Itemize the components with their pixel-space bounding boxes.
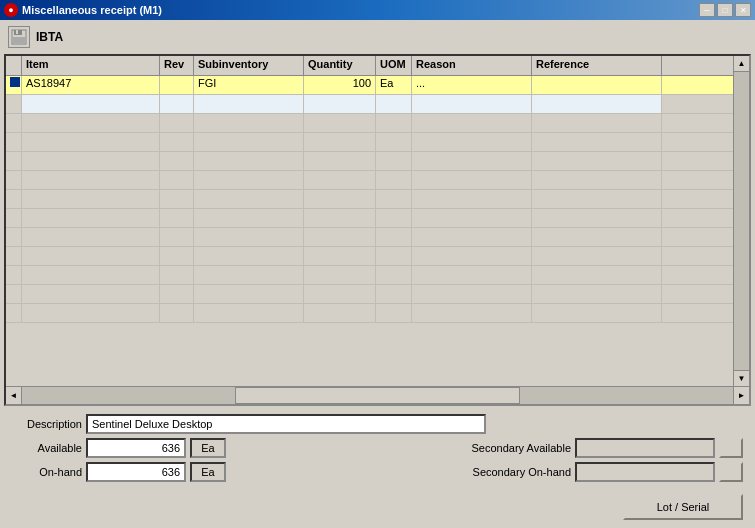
app-icon: ● xyxy=(4,3,18,17)
onhand-input[interactable] xyxy=(86,462,186,482)
table-row[interactable] xyxy=(6,228,733,247)
available-uom: Ea xyxy=(190,438,226,458)
cell-item[interactable]: AS18947 xyxy=(22,76,160,94)
info-area: Description Available Ea Secondary Avail… xyxy=(4,410,751,490)
h-scroll-track[interactable] xyxy=(22,387,733,404)
window-body: IBTA Item Rev Subinventory Quantity UOM … xyxy=(0,20,755,528)
header-rev: Rev xyxy=(160,56,194,75)
onhand-label: On-hand xyxy=(12,466,82,478)
h-scroll-thumb[interactable] xyxy=(235,387,519,404)
close-button[interactable]: ✕ xyxy=(735,3,751,17)
available-row: Available Ea Secondary Available xyxy=(12,438,743,458)
toolbar: IBTA xyxy=(4,24,751,50)
lot-serial-button[interactable]: Lot / Serial xyxy=(623,494,743,520)
table-row[interactable] xyxy=(6,133,733,152)
table-row[interactable] xyxy=(6,266,733,285)
scroll-track[interactable] xyxy=(734,72,749,370)
secondary-onhand-label: Secondary On-hand xyxy=(441,466,571,478)
available-input[interactable] xyxy=(86,438,186,458)
scroll-down-button[interactable]: ▼ xyxy=(734,370,749,386)
cell-subinventory[interactable]: FGI xyxy=(194,76,304,94)
onhand-row: On-hand Ea Secondary On-hand xyxy=(12,462,743,482)
table-row[interactable] xyxy=(6,95,733,114)
minimize-button[interactable]: ─ xyxy=(699,3,715,17)
secondary-onhand-button[interactable] xyxy=(719,462,743,482)
header-reference: Reference xyxy=(532,56,662,75)
table-row[interactable] xyxy=(6,152,733,171)
header-subinventory: Subinventory xyxy=(194,56,304,75)
header-item: Item xyxy=(22,56,160,75)
table-row[interactable] xyxy=(6,190,733,209)
cell-reference[interactable] xyxy=(532,76,662,94)
scroll-right-button[interactable]: ► xyxy=(733,387,749,405)
vertical-scrollbar[interactable]: ▲ ▼ xyxy=(733,56,749,386)
header-reason: Reason xyxy=(412,56,532,75)
secondary-available-input[interactable] xyxy=(575,438,715,458)
description-row: Description xyxy=(12,414,743,434)
secondary-available-button[interactable] xyxy=(719,438,743,458)
row-selected-icon xyxy=(10,77,20,87)
table-row[interactable] xyxy=(6,285,733,304)
description-label: Description xyxy=(12,418,82,430)
table-row[interactable]: AS18947 FGI 100 Ea ... xyxy=(6,76,733,95)
onhand-uom: Ea xyxy=(190,462,226,482)
cell-uom[interactable]: Ea xyxy=(376,76,412,94)
horizontal-scrollbar[interactable]: ◄ ► xyxy=(6,386,749,404)
cell-reason[interactable]: ... xyxy=(412,76,532,94)
window-controls: ─ □ ✕ xyxy=(699,3,751,17)
table-row[interactable] xyxy=(6,114,733,133)
secondary-available-label: Secondary Available xyxy=(441,442,571,454)
table-row[interactable] xyxy=(6,171,733,190)
svg-rect-3 xyxy=(13,37,25,43)
cell-quantity[interactable]: 100 xyxy=(304,76,376,94)
description-input[interactable] xyxy=(86,414,486,434)
table-row[interactable] xyxy=(6,304,733,323)
header-indicator xyxy=(6,56,22,75)
title-bar: ● Miscellaneous receipt (M1) ─ □ ✕ xyxy=(0,0,755,20)
scroll-up-button[interactable]: ▲ xyxy=(734,56,749,72)
table-row[interactable] xyxy=(6,209,733,228)
bottom-button-row: Lot / Serial xyxy=(4,490,751,524)
row-indicator xyxy=(6,76,22,94)
table-row[interactable] xyxy=(6,247,733,266)
grid-header: Item Rev Subinventory Quantity UOM Reaso… xyxy=(6,56,733,76)
available-label: Available xyxy=(12,442,82,454)
window-title: Miscellaneous receipt (M1) xyxy=(22,4,162,16)
header-uom: UOM xyxy=(376,56,412,75)
cell-rev[interactable] xyxy=(160,76,194,94)
grid-body: AS18947 FGI 100 Ea ... xyxy=(6,76,733,386)
scroll-left-button[interactable]: ◄ xyxy=(6,387,22,405)
maximize-button[interactable]: □ xyxy=(717,3,733,17)
secondary-onhand-input[interactable] xyxy=(575,462,715,482)
header-quantity: Quantity xyxy=(304,56,376,75)
toolbar-label: IBTA xyxy=(36,30,63,44)
svg-rect-2 xyxy=(16,30,18,34)
grid-container: Item Rev Subinventory Quantity UOM Reaso… xyxy=(4,54,751,406)
save-icon[interactable] xyxy=(8,26,30,48)
